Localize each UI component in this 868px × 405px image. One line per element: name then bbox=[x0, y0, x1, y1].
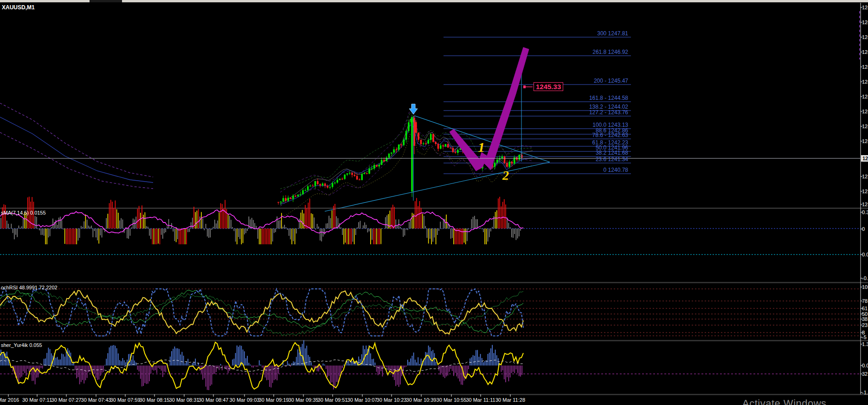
time-tick-label: 30 Mar 09:19 bbox=[259, 397, 289, 403]
symbol-period-label: XAUUSD,M1 bbox=[2, 5, 35, 10]
time-tick-label: 30 Mar 08:31 bbox=[169, 397, 199, 403]
osma-axis-label: 0 bbox=[862, 226, 865, 232]
price-tick-label: 124 bbox=[862, 49, 868, 55]
mt4-chart-window: XAUUSD,M1 1245.33 124 sMA(7,14,5) 0.0155… bbox=[0, 0, 868, 405]
fib-level-label: 261.8 1246.92 bbox=[592, 49, 628, 55]
time-tick-label: 30 Mar 11:28 bbox=[495, 397, 525, 403]
fisher-axis-label: -1.5 bbox=[862, 390, 868, 395]
harmonic-pattern bbox=[450, 47, 533, 171]
osma-axis-label: -0.2 bbox=[862, 275, 868, 281]
time-tick-label: 30 Mar 09:51 bbox=[318, 397, 348, 403]
time-tick-label: 30 Mar 10:55 bbox=[437, 397, 467, 403]
activate-windows-watermark: Activate Windows bbox=[742, 398, 827, 405]
time-tick-label: Mar 2016 bbox=[0, 397, 19, 403]
price-tick-label: 124 bbox=[862, 79, 868, 85]
fisher-panel-title: sher_Yur4ik 0.055 bbox=[1, 342, 42, 348]
stochrsi-axis-label: 38.2 bbox=[862, 316, 868, 322]
time-tick-label: 30 Mar 07:43 bbox=[81, 397, 111, 403]
fisher-axis-label: 1.3 bbox=[862, 341, 868, 347]
price-tick-label: 124 bbox=[862, 34, 868, 40]
current-price-marker: 124 bbox=[861, 155, 868, 162]
price-tick-label: 124 bbox=[862, 124, 868, 129]
price-tick-label: 124 bbox=[862, 138, 868, 144]
osma-panel[interactable] bbox=[0, 196, 861, 255]
stochrsi-panel[interactable] bbox=[0, 289, 861, 336]
fisher-axis-label: 32 bbox=[862, 371, 868, 377]
stochrsi-panel-title: ochRSI 48.9991 72.2202 bbox=[1, 285, 58, 290]
stochrsi-axis-label: 61.8 bbox=[862, 306, 868, 311]
fisher-axis-label: 0.0 bbox=[862, 363, 868, 368]
osma-panel-title: sMA(7,14,5) 0.0155 bbox=[1, 210, 46, 216]
price-tick-label: 124 bbox=[862, 109, 868, 114]
time-tick-label: 30 Mar 08:47 bbox=[199, 397, 229, 403]
osma-axis-label: 0.0 bbox=[862, 252, 868, 257]
fib-level-label: 127.2 - 1243.76 bbox=[589, 109, 628, 116]
wave-label-1: 1 bbox=[478, 139, 485, 155]
stochrsi-axis-label: 78.6 bbox=[862, 298, 868, 304]
fib-level-label: 23.6 1241.34 bbox=[596, 156, 628, 163]
stochrsi-axis-label: 105 bbox=[862, 284, 868, 290]
time-tick-label: 30 Mar 07:11 bbox=[22, 397, 52, 403]
time-tick-label: 30 Mar 09:35 bbox=[289, 397, 319, 403]
fisher-panel[interactable] bbox=[0, 340, 861, 390]
wave-label-2: 2 bbox=[502, 168, 509, 183]
time-tick-label: 30 Mar 07:59 bbox=[110, 397, 141, 403]
stochrsi-axis-label: 23.6 bbox=[862, 322, 868, 328]
fib-level-label: 78.6 - 1242.63 bbox=[592, 132, 628, 138]
fib-target-price-box: 1245.33 bbox=[534, 82, 563, 91]
ma-band-curves bbox=[0, 103, 153, 189]
stochrsi-axis-label: -5 bbox=[862, 334, 867, 340]
price-tick-label: 124 bbox=[862, 20, 868, 25]
time-tick-label: 30 Mar 07:27 bbox=[51, 397, 82, 403]
fib-level-label: 38.2 1241.68 bbox=[596, 150, 628, 156]
price-tick-label: 124 bbox=[862, 64, 868, 70]
price-tick-label: 124 bbox=[862, 5, 868, 10]
down-arrow-icon bbox=[409, 104, 418, 114]
time-tick-label: 30 Mar 10:39 bbox=[406, 397, 437, 403]
price-tick-label: 123 bbox=[862, 202, 868, 207]
price-tick-label: 123 bbox=[862, 174, 868, 179]
price-tick-label: 123 bbox=[862, 189, 868, 194]
fib-level-label: 0 1240.78 bbox=[604, 167, 628, 173]
fib-level-label: 200 - 1245.47 bbox=[594, 78, 628, 84]
time-tick-label: 30 Mar 11:11 bbox=[466, 397, 495, 403]
fib-level-label: 161.8 - 1244.58 bbox=[589, 95, 628, 101]
time-tick-label: 30 Mar 08:15 bbox=[140, 397, 170, 403]
price-tick-label: 124 bbox=[862, 94, 868, 99]
osma-axis-label: 0.3 bbox=[862, 209, 868, 215]
panel-separators bbox=[0, 3, 868, 397]
time-tick-label: 30 Mar 09:03 bbox=[230, 397, 260, 403]
chart-canvas[interactable] bbox=[0, 0, 868, 405]
fib-level-label: 300 1247.81 bbox=[597, 30, 628, 37]
time-tick-label: 30 Mar 10:07 bbox=[347, 397, 378, 403]
time-tick-label: 30 Mar 10:23 bbox=[377, 397, 407, 403]
